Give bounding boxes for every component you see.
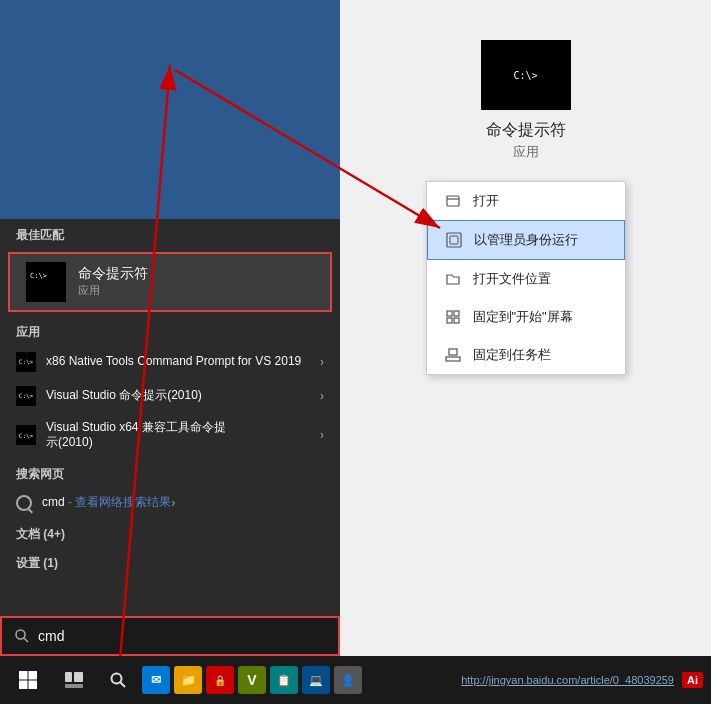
- start-menu: 最佳匹配 命令提示符 应用 应用 C:\> x86 Native Tools C…: [0, 219, 340, 656]
- app-item-x86-label: x86 Native Tools Command Prompt for VS 2…: [46, 354, 320, 370]
- svg-rect-7: [447, 318, 452, 323]
- taskbar-app-v[interactable]: V: [238, 666, 266, 694]
- taskbar-search-box[interactable]: [0, 616, 340, 656]
- search-web-query: cmd: [42, 495, 65, 509]
- svg-rect-19: [74, 672, 83, 682]
- svg-rect-9: [446, 357, 460, 361]
- taskbar: ✉ 📁 🔒 V 📋 💻 👤 http://jingyan.baidu.com/a…: [0, 656, 711, 704]
- app-icon-vs2010-x64: C:\>: [16, 425, 36, 445]
- svg-rect-17: [29, 681, 38, 690]
- context-open-location[interactable]: 打开文件位置: [427, 260, 625, 298]
- app-item-vs2010[interactable]: C:\> Visual Studio 命令提示(2010) ›: [0, 379, 340, 413]
- right-panel-app-name: 命令提示符: [486, 120, 566, 141]
- svg-rect-10: [449, 349, 457, 355]
- chevron-right-icon: ›: [320, 355, 324, 369]
- section-best-match-label: 最佳匹配: [0, 219, 340, 248]
- app-item-vs2010-label: Visual Studio 命令提示(2010): [46, 388, 320, 404]
- taskbar-task-view[interactable]: [52, 656, 96, 704]
- section-search-web-label: 搜索网页: [0, 458, 340, 487]
- app-item-vs2010-x64-label: Visual Studio x64 兼容工具命令提示(2010): [46, 420, 320, 451]
- taskbar-app-clipboard[interactable]: 📋: [270, 666, 298, 694]
- app-item-vs2010-x64[interactable]: C:\> Visual Studio x64 兼容工具命令提示(2010) ›: [0, 413, 340, 458]
- start-button[interactable]: [4, 656, 52, 704]
- svg-rect-20: [65, 684, 83, 688]
- ai-badge: Ai: [682, 672, 703, 688]
- folder-open-icon: [443, 269, 463, 289]
- context-admin-label: 以管理员身份运行: [474, 231, 578, 249]
- app-icon-vs2010: C:\>: [16, 386, 36, 406]
- chevron-right-icon-2: ›: [320, 389, 324, 403]
- section-docs-label: 文档 (4+): [0, 518, 340, 547]
- svg-line-22: [120, 682, 125, 687]
- taskbar-search[interactable]: [96, 656, 140, 704]
- pin-taskbar-icon: [443, 345, 463, 365]
- svg-rect-15: [29, 671, 38, 680]
- right-panel: 命令提示符 应用 打开 以管理员身份运行 打开文件位置: [340, 0, 711, 656]
- admin-icon: [444, 230, 464, 250]
- taskbar-url-display: http://jingyan.baidu.com/article/0_48039…: [461, 674, 674, 686]
- context-pin-start-label: 固定到"开始"屏幕: [473, 308, 573, 326]
- taskbar-app-pc[interactable]: 💻: [302, 666, 330, 694]
- app-icon-x86: C:\>: [16, 352, 36, 372]
- best-match-text: 命令提示符 应用: [78, 265, 314, 298]
- pin-start-icon: [443, 307, 463, 327]
- context-pin-taskbar-label: 固定到任务栏: [473, 346, 551, 364]
- best-match-type: 应用: [78, 283, 314, 298]
- best-match-name: 命令提示符: [78, 265, 314, 283]
- chevron-right-icon-4: ›: [171, 496, 175, 510]
- task-view-icon: [65, 672, 83, 688]
- windows-logo-icon: [18, 670, 38, 690]
- context-pin-taskbar[interactable]: 固定到任务栏: [427, 336, 625, 374]
- search-web-icon: [16, 495, 32, 511]
- search-bar-icon: [14, 628, 30, 644]
- svg-rect-3: [447, 233, 461, 247]
- search-input[interactable]: [38, 628, 326, 644]
- search-web-text: cmd - 查看网络搜索结果: [42, 494, 171, 511]
- open-icon: [443, 191, 463, 211]
- right-panel-app-type: 应用: [513, 143, 539, 161]
- svg-rect-4: [450, 236, 458, 244]
- svg-rect-18: [65, 672, 72, 682]
- svg-rect-16: [19, 681, 28, 690]
- svg-rect-6: [454, 311, 459, 316]
- taskbar-app-mail[interactable]: ✉: [142, 666, 170, 694]
- taskbar-app-1[interactable]: 🔒: [206, 666, 234, 694]
- app-item-x86[interactable]: C:\> x86 Native Tools Command Prompt for…: [0, 345, 340, 379]
- taskbar-search-icon: [109, 671, 127, 689]
- best-match-item[interactable]: 命令提示符 应用: [8, 252, 332, 312]
- svg-line-1: [24, 638, 28, 642]
- context-open-label: 打开: [473, 192, 499, 210]
- context-open[interactable]: 打开: [427, 182, 625, 220]
- search-web-sublabel: - 查看网络搜索结果: [65, 495, 172, 509]
- taskbar-app-folder[interactable]: 📁: [174, 666, 202, 694]
- context-location-label: 打开文件位置: [473, 270, 551, 288]
- svg-point-0: [16, 630, 25, 639]
- right-panel-app-icon: [481, 40, 571, 110]
- chevron-right-icon-3: ›: [320, 428, 324, 442]
- svg-rect-8: [454, 318, 459, 323]
- context-pin-start[interactable]: 固定到"开始"屏幕: [427, 298, 625, 336]
- svg-rect-14: [19, 671, 28, 680]
- cmd-icon-visual: [28, 268, 64, 296]
- desktop: 最佳匹配 命令提示符 应用 应用 C:\> x86 Native Tools C…: [0, 0, 711, 704]
- taskbar-app-user[interactable]: 👤: [334, 666, 362, 694]
- context-run-as-admin[interactable]: 以管理员身份运行: [427, 220, 625, 260]
- section-apps-label: 应用: [0, 316, 340, 345]
- svg-rect-5: [447, 311, 452, 316]
- search-web-item[interactable]: cmd - 查看网络搜索结果 ›: [0, 487, 340, 518]
- context-menu: 打开 以管理员身份运行 打开文件位置 固定到"开始"屏幕: [426, 181, 626, 375]
- section-settings-label: 设置 (1): [0, 547, 340, 576]
- svg-rect-2: [447, 196, 459, 206]
- cmd-app-icon: [26, 262, 66, 302]
